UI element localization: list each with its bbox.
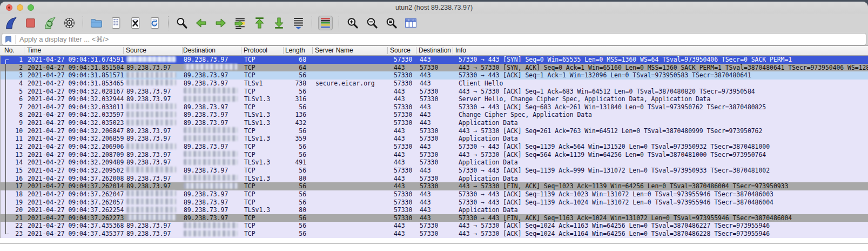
capture-options-icon[interactable] — [62, 16, 77, 30]
column-header-info[interactable]: Info — [455, 46, 466, 55]
packet-row[interactable]: 32021-04-27 09:04:31.85157189.238.73.97T… — [1, 71, 868, 80]
packet-protocol: TLSv1.3 — [244, 158, 270, 167]
packet-destination: 89.238.73.97 — [184, 56, 228, 64]
column-divider[interactable] — [387, 47, 388, 54]
packet-source-port: 443 — [394, 127, 405, 135]
packet-time: 2021-04-27 09:04:37.435377 — [28, 230, 124, 238]
pane-splitter[interactable] — [0, 243, 868, 244]
packet-row[interactable]: 132021-04-27 09:04:32.20870989.238.73.97… — [1, 151, 868, 159]
save-capture-icon[interactable] — [109, 16, 123, 30]
packet-row[interactable]: 82021-04-27 09:04:32.03359789.238.73.97T… — [1, 111, 868, 119]
packet-row[interactable]: 162021-04-27 09:04:37.26200889.238.73.97… — [1, 175, 868, 183]
packet-row[interactable]: 212021-04-27 09:04:37.26227389.238.73.97… — [1, 214, 868, 222]
packet-row[interactable]: 92021-04-27 09:04:32.03502389.238.73.97T… — [1, 119, 868, 127]
column-header-destination[interactable]: Destination — [419, 46, 451, 55]
packet-length: 56 — [284, 199, 306, 207]
column-divider[interactable] — [312, 47, 313, 54]
packet-time: 2021-04-27 09:04:32.028167 — [28, 88, 124, 96]
column-divider[interactable] — [241, 47, 241, 54]
redacted-source-address — [126, 72, 176, 78]
colorize-packets-icon[interactable] — [318, 16, 333, 30]
column-header-server-name[interactable]: Server Name — [315, 46, 353, 55]
close-button[interactable] — [6, 4, 12, 11]
packet-destination — [184, 88, 238, 96]
column-divider[interactable] — [24, 47, 24, 54]
packet-row[interactable]: 12021-04-27 09:04:31.67459189.238.73.97T… — [1, 56, 868, 64]
packet-source — [126, 167, 176, 175]
packet-length: 56 — [284, 71, 306, 80]
packet-number: 19 — [1, 199, 23, 207]
packet-row[interactable]: 182021-04-27 09:04:37.26204789.238.73.97… — [1, 190, 868, 199]
packet-row[interactable]: 152021-04-27 09:04:32.20950289.238.73.97… — [1, 167, 868, 175]
redacted-destination-address — [184, 88, 238, 94]
zoom-reset-icon[interactable] — [384, 16, 399, 30]
packet-length: 56 — [284, 143, 306, 151]
packet-length: 56 — [284, 214, 306, 222]
minimize-button[interactable] — [17, 4, 23, 11]
next-packet-icon[interactable] — [213, 16, 228, 30]
open-capture-icon[interactable] — [89, 16, 104, 30]
packet-time: 2021-04-27 09:04:31.851571 — [28, 71, 124, 80]
column-divider[interactable] — [123, 47, 124, 54]
capture-restart-icon[interactable] — [43, 16, 57, 30]
column-divider[interactable] — [182, 47, 183, 54]
close-capture-icon[interactable] — [128, 16, 143, 30]
reload-capture-icon[interactable] — [147, 16, 162, 30]
capture-start-icon[interactable] — [4, 16, 18, 30]
last-packet-icon[interactable] — [272, 16, 286, 30]
packet-destination-port: 443 — [420, 214, 431, 222]
packet-destination-port: 57330 — [420, 135, 438, 143]
filter-bookmark-icon[interactable] — [5, 35, 16, 44]
zoom-out-icon[interactable] — [365, 16, 379, 30]
packet-row[interactable]: 172021-04-27 09:04:37.26201489.238.73.97… — [1, 182, 868, 190]
column-divider[interactable] — [453, 47, 453, 54]
packet-row[interactable]: 72021-04-27 09:04:32.03301189.238.73.97T… — [1, 103, 868, 111]
zoom-in-icon[interactable] — [345, 16, 360, 30]
packet-row[interactable]: 102021-04-27 09:04:32.20684789.238.73.97… — [1, 127, 868, 135]
packet-row[interactable]: 22021-04-27 09:04:31.85150489.238.73.97T… — [1, 64, 868, 72]
previous-packet-icon[interactable] — [194, 16, 208, 30]
packet-row[interactable]: 232021-04-27 09:04:37.43537789.238.73.97… — [1, 230, 868, 238]
packet-row[interactable]: 112021-04-27 09:04:32.20685989.238.73.97… — [1, 135, 868, 143]
packet-row[interactable]: 42021-04-27 09:04:31.85346589.238.73.97T… — [1, 80, 868, 88]
capture-stop-icon[interactable] — [23, 16, 38, 30]
packet-protocol: TLSv1 — [244, 80, 263, 88]
packet-row[interactable]: 202021-04-27 09:04:37.26225489.238.73.97… — [1, 206, 868, 214]
packet-row[interactable]: 62021-04-27 09:04:32.03294489.238.73.97T… — [1, 95, 868, 103]
auto-scroll-icon[interactable] — [291, 16, 306, 30]
packet-info: 443 → 57330 [ACK] Seq=1 Ack=683 Win=6451… — [459, 88, 868, 96]
resize-columns-icon[interactable] — [403, 16, 418, 30]
pane-area-below-list — [0, 238, 868, 251]
packet-source — [126, 56, 176, 64]
redacted-source-address — [126, 80, 176, 85]
packet-source-port: 57330 — [394, 206, 412, 214]
packet-protocol: TCP — [244, 64, 255, 72]
find-packet-icon[interactable] — [174, 16, 189, 30]
packet-row[interactable]: 222021-04-27 09:04:37.43536889.238.73.97… — [1, 222, 868, 230]
column-header-length[interactable]: Length — [285, 46, 305, 55]
packet-time: 2021-04-27 09:04:32.033597 — [28, 111, 124, 119]
packet-source-port: 443 — [394, 175, 405, 183]
packet-destination — [184, 222, 238, 230]
column-header-source[interactable]: Source — [390, 46, 411, 55]
first-packet-icon[interactable] — [252, 16, 267, 30]
packet-length: 56 — [284, 88, 306, 96]
go-to-packet-icon[interactable] — [233, 16, 247, 30]
column-divider[interactable] — [283, 47, 284, 54]
column-header-time[interactable]: Time — [27, 46, 41, 55]
packet-source: 89.238.73.97 — [126, 182, 171, 190]
column-divider[interactable] — [416, 47, 416, 54]
packet-row[interactable]: 192021-04-27 09:04:37.26205789.238.73.97… — [1, 199, 868, 207]
packet-number: 7 — [1, 103, 23, 111]
packet-row[interactable]: 122021-04-27 09:04:32.20690689.238.73.97… — [1, 143, 868, 151]
column-header-protocol[interactable]: Protocol — [244, 46, 267, 55]
packet-row[interactable]: 142021-04-27 09:04:32.20948989.238.73.97… — [1, 158, 868, 167]
packet-row[interactable]: 52021-04-27 09:04:32.02816789.238.73.97T… — [1, 88, 868, 96]
packet-time: 2021-04-27 09:04:31.853465 — [28, 80, 124, 88]
display-filter-input[interactable]: Apply a display filter ... <⌘/> — [2, 33, 866, 45]
zoom-button[interactable] — [28, 4, 34, 11]
column-header-no[interactable]: No. — [4, 46, 15, 55]
column-header-destination[interactable]: Destination — [183, 46, 216, 55]
column-header-source[interactable]: Source — [126, 46, 146, 55]
packet-source-port: 57330 — [394, 190, 412, 199]
